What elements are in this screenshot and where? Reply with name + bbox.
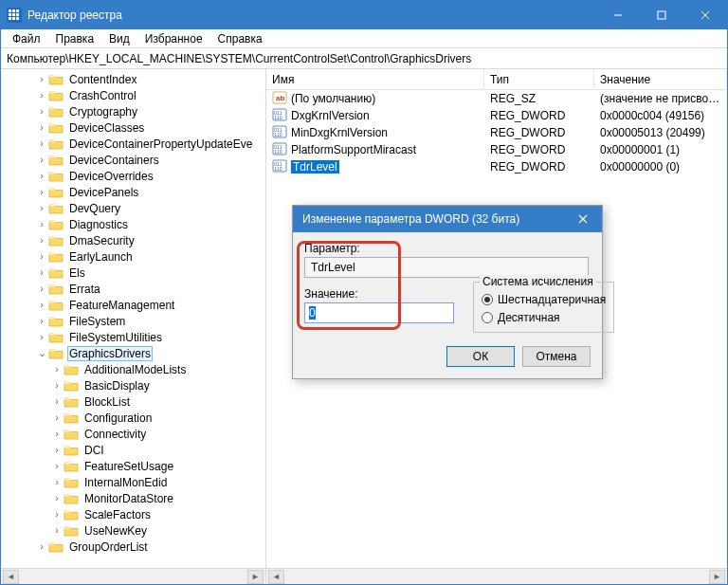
tree-item-ContentIndex[interactable]: ›ContentIndex (5, 71, 265, 87)
expander-icon[interactable]: › (50, 361, 64, 377)
tree-item-Els[interactable]: ›Els (5, 265, 265, 281)
cell-name: (По умолчанию) (266, 91, 484, 107)
tree-item-CrashControl[interactable]: ›CrashControl (5, 87, 265, 103)
tree-item-DmaSecurity[interactable]: ›DmaSecurity (5, 232, 265, 248)
folder-icon (64, 476, 79, 489)
tree-item-Cryptography[interactable]: ›Cryptography (5, 103, 265, 119)
tree-item-BlockList[interactable]: ›BlockList (5, 393, 265, 410)
radio-hex[interactable]: Шестнадцатеричная (482, 293, 606, 306)
col-type[interactable]: Тип (484, 69, 594, 90)
tree-item-label: Connectivity (82, 428, 148, 441)
expander-icon[interactable]: › (50, 474, 64, 490)
tree-item-label: Configuration (82, 411, 154, 425)
dialog-close-button[interactable] (564, 206, 602, 232)
value-row[interactable]: TdrLevelREG_DWORD0x00000000 (0) (266, 158, 727, 175)
close-button[interactable] (683, 1, 727, 29)
expander-icon[interactable]: › (35, 103, 48, 119)
tree-item-FeatureSetUsage[interactable]: ›FeatureSetUsage (5, 458, 265, 474)
tree-item-EarlyLaunch[interactable]: ›EarlyLaunch (5, 248, 265, 265)
folder-icon (64, 395, 79, 409)
tree-item-Errata[interactable]: ›Errata (5, 281, 265, 297)
tree-item-GraphicsDrivers[interactable]: ⌄GraphicsDrivers (5, 345, 265, 361)
expander-icon[interactable]: › (50, 426, 64, 442)
expander-icon[interactable]: › (35, 71, 48, 87)
expander-icon[interactable]: › (35, 539, 48, 555)
menu-edit[interactable]: Правка (48, 29, 102, 48)
scroll-right-icon[interactable]: ► (709, 570, 725, 584)
tree-scroll[interactable]: ›ContentIndex›CrashControl›Cryptography›… (1, 69, 265, 568)
expander-icon[interactable]: › (35, 329, 48, 345)
folder-icon (48, 266, 64, 280)
tree-item-label: FeatureSetUsage (82, 460, 175, 473)
tree-item-DCI[interactable]: ›DCI (5, 442, 265, 458)
tree-item-MonitorDataStore[interactable]: ›MonitorDataStore (5, 490, 265, 506)
expander-icon[interactable]: › (50, 506, 64, 522)
tree-item-FileSystem[interactable]: ›FileSystem (5, 313, 265, 329)
expander-icon[interactable]: › (35, 184, 48, 200)
tree-item-label: InternalMonEdid (82, 476, 169, 489)
expander-icon[interactable]: › (35, 232, 48, 248)
menu-file[interactable]: Файл (5, 29, 48, 48)
tree-item-DeviceOverrides[interactable]: ›DeviceOverrides (5, 168, 265, 184)
menu-view[interactable]: Вид (101, 29, 137, 48)
tree-item-FeatureManagement[interactable]: ›FeatureManagement (5, 297, 265, 313)
tree-item-Connectivity[interactable]: ›Connectivity (5, 426, 265, 442)
tree-item-AdditionalModeLists[interactable]: ›AdditionalModeLists (5, 361, 265, 377)
expander-icon[interactable]: › (50, 458, 64, 474)
scroll-left-icon[interactable]: ◄ (268, 570, 284, 584)
tree-item-DeviceContainerPropertyUpdateEve[interactable]: ›DeviceContainerPropertyUpdateEve (5, 136, 265, 152)
tree-item-Diagnostics[interactable]: ›Diagnostics (5, 216, 265, 232)
expander-icon[interactable]: › (35, 297, 48, 313)
col-value[interactable]: Значение (594, 69, 727, 90)
expander-icon[interactable]: › (35, 313, 48, 329)
expander-icon[interactable]: ⌄ (35, 345, 48, 361)
tree-item-DevicePanels[interactable]: ›DevicePanels (5, 184, 265, 200)
expander-icon[interactable]: › (35, 152, 48, 168)
value-name: (По умолчанию) (291, 92, 375, 105)
value-row[interactable]: PlatformSupportMiracastREG_DWORD0x000000… (266, 141, 727, 158)
tree-item-GroupOrderList[interactable]: ›GroupOrderList (5, 539, 265, 555)
address-bar[interactable]: Компьютер\HKEY_LOCAL_MACHINE\SYSTEM\Curr… (1, 48, 727, 69)
menu-help[interactable]: Справка (210, 29, 270, 48)
value-input[interactable] (304, 302, 454, 323)
tree-item-ScaleFactors[interactable]: ›ScaleFactors (5, 506, 265, 522)
expander-icon[interactable]: › (50, 522, 64, 539)
expander-icon[interactable]: › (35, 168, 48, 184)
expander-icon[interactable]: › (50, 490, 64, 506)
expander-icon[interactable]: › (35, 216, 48, 232)
maximize-button[interactable] (640, 1, 683, 29)
expander-icon[interactable]: › (50, 442, 64, 458)
value-row[interactable]: (По умолчанию)REG_SZ(значение не присвое… (266, 90, 727, 107)
folder-icon (64, 460, 79, 473)
tree-item-InternalMonEdid[interactable]: ›InternalMonEdid (5, 474, 265, 490)
expander-icon[interactable]: › (35, 200, 48, 216)
menu-favorites[interactable]: Избранное (137, 29, 210, 48)
tree-item-DeviceClasses[interactable]: ›DeviceClasses (5, 119, 265, 136)
expander-icon[interactable]: › (50, 410, 64, 426)
col-name[interactable]: Имя (266, 69, 484, 90)
ok-button[interactable]: ОК (446, 346, 515, 367)
tree-item-DeviceContainers[interactable]: ›DeviceContainers (5, 152, 265, 168)
value-row[interactable]: DxgKrnlVersionREG_DWORD0x0000c004 (49156… (266, 107, 727, 124)
expander-icon[interactable]: › (35, 87, 48, 103)
tree-item-DevQuery[interactable]: ›DevQuery (5, 200, 265, 216)
expander-icon[interactable]: › (50, 393, 64, 410)
tree-hscroll[interactable]: ◄ ► (1, 568, 265, 584)
expander-icon[interactable]: › (35, 136, 48, 152)
scroll-right-icon[interactable]: ► (247, 570, 264, 584)
expander-icon[interactable]: › (50, 377, 64, 393)
expander-icon[interactable]: › (35, 119, 48, 136)
minimize-button[interactable] (596, 1, 640, 29)
value-row[interactable]: MinDxgKrnlVersionREG_DWORD0x00005013 (20… (266, 124, 727, 141)
expander-icon[interactable]: › (35, 265, 48, 281)
list-hscroll[interactable]: ◄ ► (266, 568, 727, 584)
expander-icon[interactable]: › (35, 248, 48, 265)
tree-item-BasicDisplay[interactable]: ›BasicDisplay (5, 377, 265, 393)
tree-item-Configuration[interactable]: ›Configuration (5, 410, 265, 426)
tree-item-FileSystemUtilities[interactable]: ›FileSystemUtilities (5, 329, 265, 345)
radio-dec[interactable]: Десятичная (482, 311, 606, 324)
expander-icon[interactable]: › (35, 281, 48, 297)
cancel-button[interactable]: Отмена (522, 346, 591, 367)
scroll-left-icon[interactable]: ◄ (3, 570, 19, 584)
tree-item-UseNewKey[interactable]: ›UseNewKey (5, 522, 265, 539)
